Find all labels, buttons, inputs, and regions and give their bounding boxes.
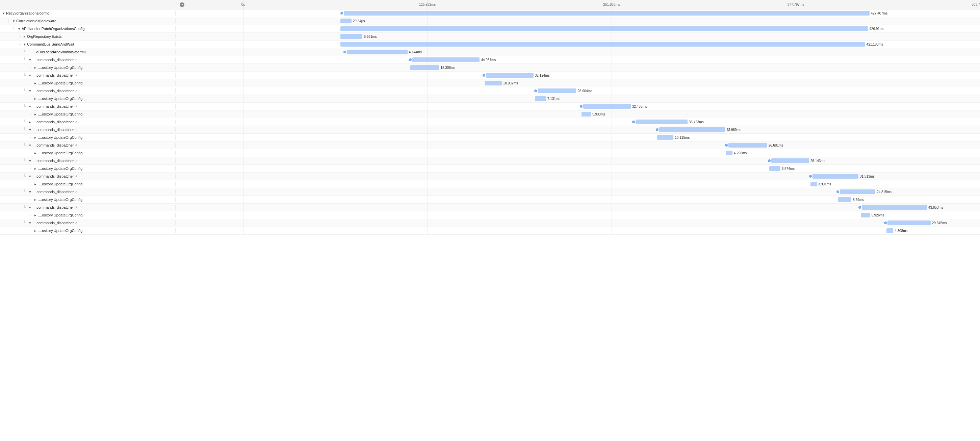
table-row[interactable]: └▾....commands_dispatcher⇗32.124ms xyxy=(0,72,980,80)
table-row[interactable]: ├▾CorrelationIdMiddleware29.34µs xyxy=(0,17,980,25)
expand-chevron[interactable]: ▾ xyxy=(28,158,32,163)
link-icon[interactable]: ⇗ xyxy=(75,105,78,108)
expand-chevron[interactable]: ▸ xyxy=(28,49,32,54)
expand-chevron[interactable]: ▾ xyxy=(28,73,32,78)
table-row[interactable]: └▾....commands_dispatcher⇗26.143ms xyxy=(0,157,980,165)
table-row[interactable]: └▸OrgRepository.Exists5.561ms xyxy=(0,33,980,40)
expand-chevron[interactable]: ▾ xyxy=(2,11,6,16)
link-icon[interactable]: ⇗ xyxy=(75,120,78,124)
table-row[interactable]: └▸....ository.UpdateOrgConfig18.308ms xyxy=(0,64,980,72)
row-name-cell[interactable]: └▾....commands_dispatcher⇗ xyxy=(0,221,176,225)
table-row[interactable]: └▸....ository.UpdateOrgConfig4.296ms xyxy=(0,149,980,157)
table-row[interactable]: └▸....commands_dispatcher⇗35.423ms xyxy=(0,118,980,126)
table-row[interactable]: └▾....commands_dispatcher⇗43.653ms xyxy=(0,204,980,212)
table-row[interactable]: └▾APIHandler.PatchOrganizationsConfig426… xyxy=(0,25,980,33)
expand-chevron[interactable]: ▸ xyxy=(28,119,32,124)
link-icon[interactable]: ⇗ xyxy=(75,190,78,194)
expand-chevron[interactable]: ▸ xyxy=(33,112,38,116)
table-row[interactable]: └▸...idBus.sendAndWaitInWatermill40.44ms xyxy=(0,48,980,56)
expand-chevron[interactable]: ▾ xyxy=(17,26,22,31)
row-name-cell[interactable]: └▾APIHandler.PatchOrganizationsConfig xyxy=(0,26,176,31)
table-row[interactable]: └▸....ository.UpdateOrgConfig4.308ms xyxy=(0,227,980,235)
row-name-cell[interactable]: └▸...idBus.sendAndWaitInWatermill xyxy=(0,49,176,54)
link-icon[interactable]: ⇗ xyxy=(75,221,78,224)
row-name-cell[interactable]: ├▾CorrelationIdMiddleware xyxy=(0,19,176,23)
table-row[interactable]: └▾....commands_dispatcher⇗26.664ms xyxy=(0,87,980,95)
table-row[interactable]: └▸....ository.UpdateOrgConfig10.907ms xyxy=(0,80,980,87)
row-name-cell[interactable]: └▸....ository.UpdateOrgConfig xyxy=(0,181,176,186)
row-name-cell[interactable]: └▸....ository.UpdateOrgConfig xyxy=(0,81,176,86)
expand-chevron[interactable]: ▾ xyxy=(28,143,32,148)
expand-chevron[interactable]: ▸ xyxy=(33,213,38,218)
table-row[interactable]: ▾Recv./organizations/config427.407ms xyxy=(0,10,980,17)
expand-chevron[interactable]: ▸ xyxy=(33,181,38,186)
row-name-cell[interactable]: └▾....commands_dispatcher⇗ xyxy=(0,143,176,148)
row-name-cell[interactable]: └▾....commands_dispatcher⇗ xyxy=(0,104,176,109)
expand-chevron[interactable]: ▾ xyxy=(28,89,32,93)
table-row[interactable]: └▾....commands_dispatcher⇗43.989ms xyxy=(0,126,980,134)
expand-chevron[interactable]: ▾ xyxy=(28,57,32,62)
expand-chevron[interactable]: ▸ xyxy=(33,65,38,70)
row-name-cell[interactable]: └▸OrgRepository.Exists xyxy=(0,34,176,39)
table-row[interactable]: └▾CommandBus.SendAndWait421.183ms xyxy=(0,40,980,48)
row-name-cell[interactable]: └▾....commands_dispatcher⇗ xyxy=(0,174,176,178)
table-row[interactable]: └▸....ository.UpdateOrgConfig5.926ms xyxy=(0,212,980,219)
row-name-cell[interactable]: └▸....ository.UpdateOrgConfig xyxy=(0,213,176,218)
table-row[interactable]: └▸....ository.UpdateOrgConfig7.131ms xyxy=(0,95,980,103)
row-name-cell[interactable]: └▾....commands_dispatcher⇗ xyxy=(0,158,176,163)
link-icon[interactable]: ⇗ xyxy=(75,205,78,209)
link-icon[interactable]: ⇗ xyxy=(75,73,78,77)
table-row[interactable]: └▾....commands_dispatcher⇗31.513ms xyxy=(0,172,980,180)
table-row[interactable]: └▾....commands_dispatcher⇗29.345ms xyxy=(0,219,980,227)
link-icon[interactable]: ⇗ xyxy=(75,159,78,162)
expand-chevron[interactable]: ▸ xyxy=(33,96,38,101)
expand-chevron[interactable]: ▸ xyxy=(22,34,27,39)
table-row[interactable]: └▾....commands_dispatcher⇗44.957ms xyxy=(0,56,980,64)
table-row[interactable]: └▾....commands_dispatcher⇗32.455ms xyxy=(0,103,980,110)
row-name-cell[interactable]: └▸....commands_dispatcher⇗ xyxy=(0,119,176,124)
row-name-cell[interactable]: └▸....ository.UpdateOrgConfig xyxy=(0,112,176,116)
expand-chevron[interactable]: ▾ xyxy=(28,174,32,178)
table-row[interactable]: └▸....ository.UpdateOrgConfig8.69ms xyxy=(0,196,980,204)
expand-chevron[interactable]: ▸ xyxy=(33,135,38,140)
row-name-cell[interactable]: └▸....ository.UpdateOrgConfig xyxy=(0,96,176,101)
link-icon[interactable]: ⇗ xyxy=(75,89,78,92)
link-icon[interactable]: ⇗ xyxy=(75,58,78,62)
expand-chevron[interactable]: ▾ xyxy=(28,104,32,109)
table-row[interactable]: └▾....commands_dispatcher⇗24.815ms xyxy=(0,188,980,196)
expand-chevron[interactable]: ▾ xyxy=(28,189,32,194)
table-row[interactable]: └▸....ository.UpdateOrgConfig3.991ms xyxy=(0,180,980,188)
row-name-cell[interactable]: └▸....ository.UpdateOrgConfig xyxy=(0,151,176,155)
expand-chevron[interactable]: ▸ xyxy=(33,228,38,233)
row-name-cell[interactable]: └▸....ository.UpdateOrgConfig xyxy=(0,228,176,233)
link-icon[interactable]: ⇗ xyxy=(75,143,78,147)
row-name-cell[interactable]: └▸....ository.UpdateOrgConfig xyxy=(0,65,176,70)
row-name-cell[interactable]: ▾Recv./organizations/config xyxy=(0,11,176,16)
table-row[interactable]: └▸....ository.UpdateOrgConfig10.115ms xyxy=(0,134,980,142)
table-row[interactable]: └▸....ository.UpdateOrgConfig6.874ms xyxy=(0,165,980,172)
link-icon[interactable]: ⇗ xyxy=(75,175,78,178)
service-help-icon[interactable]: ? xyxy=(180,2,185,7)
expand-chevron[interactable]: ▾ xyxy=(28,127,32,132)
row-name-cell[interactable]: └▾....commands_dispatcher⇗ xyxy=(0,89,176,93)
row-name-cell[interactable]: └▸....ository.UpdateOrgConfig xyxy=(0,135,176,140)
expand-chevron[interactable]: ▾ xyxy=(28,205,32,210)
row-name-cell[interactable]: └▾CommandBus.SendAndWait xyxy=(0,42,176,46)
expand-chevron[interactable]: ▸ xyxy=(33,166,38,171)
expand-chevron[interactable]: ▸ xyxy=(33,81,38,86)
link-icon[interactable]: ⇗ xyxy=(75,128,78,131)
row-name-cell[interactable]: └▾....commands_dispatcher⇗ xyxy=(0,127,176,132)
row-name-cell[interactable]: └▾....commands_dispatcher⇗ xyxy=(0,57,176,62)
row-name-cell[interactable]: └▾....commands_dispatcher⇗ xyxy=(0,73,176,78)
row-name-cell[interactable]: └▸....ository.UpdateOrgConfig xyxy=(0,166,176,171)
expand-chevron[interactable]: ▾ xyxy=(11,19,16,23)
row-name-cell[interactable]: └▾....commands_dispatcher⇗ xyxy=(0,189,176,194)
expand-chevron[interactable]: ▾ xyxy=(28,221,32,225)
table-row[interactable]: └▾....commands_dispatcher⇗26.681ms xyxy=(0,142,980,149)
row-name-cell[interactable]: └▸....ository.UpdateOrgConfig xyxy=(0,197,176,202)
expand-chevron[interactable]: ▸ xyxy=(33,151,38,155)
expand-chevron[interactable]: ▾ xyxy=(22,42,27,46)
table-row[interactable]: └▸....ository.UpdateOrgConfig5.933ms xyxy=(0,110,980,118)
row-name-cell[interactable]: └▾....commands_dispatcher⇗ xyxy=(0,205,176,210)
expand-chevron[interactable]: ▸ xyxy=(33,197,38,202)
